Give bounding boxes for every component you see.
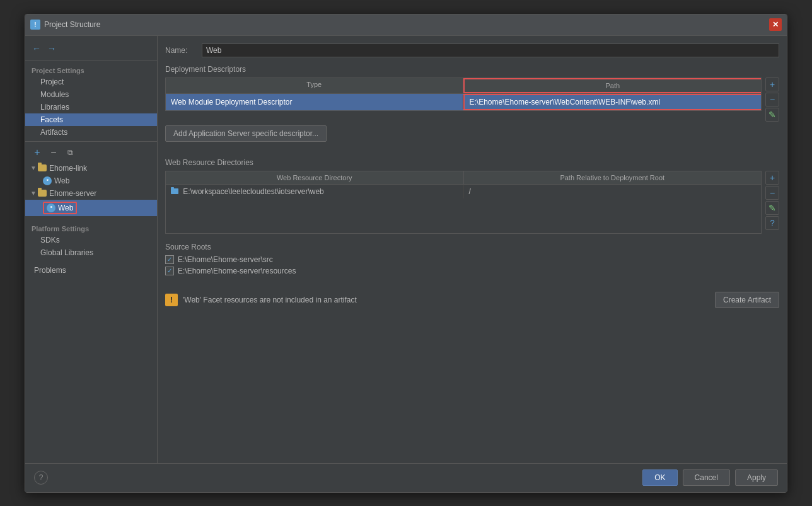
wr-rel-path-cell: / xyxy=(464,185,762,198)
sidebar-item-sdks[interactable]: SDKs xyxy=(25,234,157,246)
add-wr-button[interactable]: + xyxy=(765,171,779,185)
wr-dir-cell: E:\workspace\leelecloudtest\iotserver\we… xyxy=(166,185,464,198)
ok-button[interactable]: OK xyxy=(642,469,677,486)
source-root-path-0: E:\Ehome\Ehome-server\src xyxy=(178,255,273,264)
web-resource-title: Web Resource Directories xyxy=(165,158,779,167)
project-settings-section: Project Settings xyxy=(25,63,157,76)
wr-table-header: Web Resource Directory Path Relative to … xyxy=(166,171,761,185)
nav-back-button[interactable]: ← xyxy=(30,42,43,55)
add-tree-item-button[interactable]: + xyxy=(30,146,44,159)
folder-icon xyxy=(38,190,47,197)
tree-ehome-link[interactable]: ▼ Ehome-link xyxy=(25,162,157,175)
deployment-table-header: Type Path xyxy=(166,78,761,94)
sidebar-item-facets[interactable]: Facets xyxy=(25,113,157,126)
remove-deployment-button[interactable]: − xyxy=(765,93,779,106)
path-col-header: Path xyxy=(463,78,762,93)
source-root-path-1: E:\Ehome\Ehome-server\resources xyxy=(178,267,296,275)
title-bar: ! Project Structure ✕ xyxy=(25,14,787,36)
cancel-button[interactable]: Cancel xyxy=(683,469,730,486)
platform-settings-section: Platform Settings xyxy=(25,221,157,234)
folder-icon xyxy=(38,164,47,171)
deployment-side-buttons: + − ✎ xyxy=(765,78,779,122)
close-button[interactable]: ✕ xyxy=(769,18,782,31)
tree-ehome-server-web[interactable]: ⚬ Web xyxy=(25,200,157,216)
remove-tree-item-button[interactable]: − xyxy=(47,146,61,159)
sidebar-item-project[interactable]: Project xyxy=(25,76,157,88)
source-roots-title: Source Roots xyxy=(165,243,779,251)
tree-label-ehome-server-web: Web xyxy=(58,204,73,212)
dialog-body: ← → Project Settings Project Modules Lib… xyxy=(25,36,787,463)
add-deployment-button[interactable]: + xyxy=(765,78,779,91)
wr-dir-col-header: Web Resource Directory xyxy=(166,171,464,184)
wr-table-outer: Web Resource Directory Path Relative to … xyxy=(165,171,779,234)
tree-ehome-link-web[interactable]: ⚬ Web xyxy=(25,175,157,187)
deployment-descriptors-title: Deployment Descriptors xyxy=(165,65,779,74)
wr-rel-path-col-header: Path Relative to Deployment Root xyxy=(464,171,762,184)
project-structure-dialog: ! Project Structure ✕ ← → Project Settin… xyxy=(25,14,787,493)
path-cell: E:\Ehome\Ehome-server\WebContent\WEB-INF… xyxy=(463,94,762,110)
source-root-row-1: ✓ E:\Ehome\Ehome-server\resources xyxy=(165,267,779,275)
source-root-checkbox-0[interactable]: ✓ xyxy=(165,255,174,264)
dialog-footer: ? OK Cancel Apply xyxy=(25,463,787,492)
sidebar-item-global-libraries[interactable]: Global Libraries xyxy=(25,246,157,259)
sidebar: ← → Project Settings Project Modules Lib… xyxy=(25,36,158,463)
toggle-icon: ▼ xyxy=(29,189,38,198)
warning-icon: ! xyxy=(165,294,178,306)
help-wr-button[interactable]: ? xyxy=(765,216,779,230)
type-cell: Web Module Deployment Descriptor xyxy=(166,95,463,109)
wr-table-wrap: Web Resource Directory Path Relative to … xyxy=(165,171,762,234)
source-root-row-0: ✓ E:\Ehome\Ehome-server\src xyxy=(165,255,779,264)
name-field-row: Name: xyxy=(165,43,779,57)
copy-tree-item-button[interactable]: ⧉ xyxy=(63,146,77,159)
web-icon: ⚬ xyxy=(47,204,55,212)
sidebar-item-problems[interactable]: Problems xyxy=(25,264,157,277)
dialog-icon: ! xyxy=(30,20,40,30)
tree-label-ehome-server: Ehome-server xyxy=(49,189,96,198)
deployment-descriptors-section: Type Path Web Module Deployment Descript… xyxy=(165,78,779,122)
folder-small-icon xyxy=(171,188,178,194)
source-root-checkbox-1[interactable]: ✓ xyxy=(165,267,174,275)
web-icon: ⚬ xyxy=(43,176,52,185)
tree-label-ehome-link: Ehome-link xyxy=(49,164,87,173)
type-col-header: Type xyxy=(166,78,463,93)
tree-ehome-server[interactable]: ▼ Ehome-server xyxy=(25,187,157,200)
remove-wr-button[interactable]: − xyxy=(765,186,779,200)
tree-label-ehome-link-web: Web xyxy=(54,176,69,185)
create-artifact-button[interactable]: Create Artifact xyxy=(715,292,779,308)
wr-table-row[interactable]: E:\workspace\leelecloudtest\iotserver\we… xyxy=(166,185,761,198)
name-input[interactable] xyxy=(202,43,779,57)
warning-text: 'Web' Facet resources are not included i… xyxy=(183,296,710,304)
help-button[interactable]: ? xyxy=(34,471,48,485)
apply-button[interactable]: Apply xyxy=(735,469,778,486)
sidebar-item-modules[interactable]: Modules xyxy=(25,88,157,101)
toggle-icon: ▼ xyxy=(29,164,38,173)
edit-wr-button[interactable]: ✎ xyxy=(765,201,779,215)
dialog-title: Project Structure xyxy=(44,20,769,29)
deployment-table-wrap: Type Path Web Module Deployment Descript… xyxy=(165,78,762,117)
web-resource-section: Web Resource Directories Web Resource Di… xyxy=(165,158,779,234)
wr-side-buttons: + − ✎ ? xyxy=(765,171,779,230)
nav-forward-button[interactable]: → xyxy=(45,42,58,55)
name-label: Name: xyxy=(165,46,197,55)
source-roots-section: Source Roots ✓ E:\Ehome\Ehome-server\src… xyxy=(165,243,779,278)
add-descriptor-button[interactable]: Add Application Server specific descript… xyxy=(165,125,327,142)
deployment-table-row[interactable]: Web Module Deployment Descriptor E:\Ehom… xyxy=(166,94,761,110)
sidebar-item-libraries[interactable]: Libraries xyxy=(25,101,157,113)
warning-bar: ! 'Web' Facet resources are not included… xyxy=(165,288,779,312)
edit-deployment-button[interactable]: ✎ xyxy=(765,108,779,122)
deployment-table: Type Path Web Module Deployment Descript… xyxy=(165,78,762,111)
main-panel: Name: Deployment Descriptors Type Path W… xyxy=(158,36,787,463)
wr-table: Web Resource Directory Path Relative to … xyxy=(165,171,762,234)
sidebar-item-artifacts[interactable]: Artifacts xyxy=(25,126,157,139)
sidebar-toolbar: ← → xyxy=(25,40,157,60)
